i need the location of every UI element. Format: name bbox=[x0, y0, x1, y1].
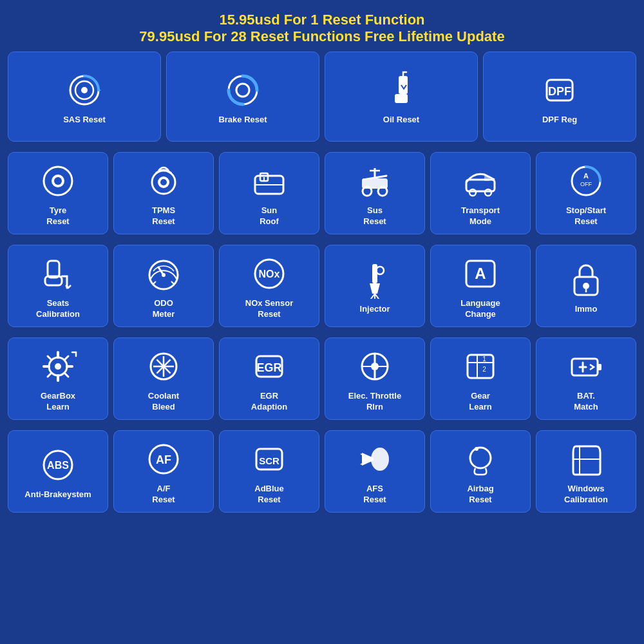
row3-grid: Seats Calibration ODO Meter NOx NOx Sens… bbox=[0, 240, 644, 332]
coolant-bleed-label: Coolant Bleed bbox=[148, 391, 179, 413]
svg-text:1: 1 bbox=[482, 355, 486, 363]
anti-brake-card[interactable]: ABS Anti-Brakeystem bbox=[8, 430, 108, 513]
immo-card[interactable]: Immo bbox=[536, 245, 636, 327]
tpms-reset-card[interactable]: TPMS Reset bbox=[113, 152, 214, 234]
gear-icon: 1 2 bbox=[460, 346, 501, 387]
af-icon: AF bbox=[143, 439, 184, 480]
afs-reset-card[interactable]: AFS Reset bbox=[325, 430, 425, 513]
immo-icon bbox=[565, 259, 607, 300]
bat-icon bbox=[565, 346, 607, 387]
svg-point-11 bbox=[54, 177, 62, 185]
svg-point-30 bbox=[162, 273, 166, 277]
anti-brake-label: Anti-Brakeystem bbox=[24, 489, 91, 500]
svg-rect-6 bbox=[395, 94, 408, 103]
gearbox-learn-label: GearBox Learn bbox=[41, 391, 75, 413]
gear-learn-label: Gear Learn bbox=[469, 391, 491, 413]
language-icon: A bbox=[460, 253, 501, 294]
brake-reset-card[interactable]: Brake Reset bbox=[166, 52, 319, 142]
language-change-label: Language Change bbox=[460, 298, 500, 320]
row2-grid: Tyre Reset TPMS Reset Sun Roof Sus Reset bbox=[0, 147, 644, 240]
coolant-bleed-card[interactable]: Coolant Bleed bbox=[113, 337, 214, 420]
sas-reset-label: SAS Reset bbox=[63, 115, 106, 126]
dpf-reg-label: DPF Reg bbox=[542, 115, 577, 126]
svg-rect-23 bbox=[484, 176, 489, 181]
svg-text:OFF: OFF bbox=[580, 181, 592, 187]
svg-point-4 bbox=[236, 84, 249, 97]
stopstart-reset-card[interactable]: A OFF Stop/Start Reset bbox=[536, 152, 636, 234]
bat-match-card[interactable]: BAT. Match bbox=[536, 337, 636, 420]
dpf-reg-card[interactable]: DPF DPF Reg bbox=[483, 52, 636, 142]
adblue-icon: SCR bbox=[249, 439, 290, 480]
svg-text:ABS: ABS bbox=[47, 460, 69, 471]
oil-icon bbox=[381, 70, 422, 111]
svg-point-58 bbox=[470, 448, 491, 468]
af-reset-label: A/F Reset bbox=[152, 484, 175, 506]
svg-text:NOx: NOx bbox=[259, 269, 280, 279]
svg-text:AF: AF bbox=[156, 453, 171, 466]
sus-reset-label: Sus Reset bbox=[363, 205, 386, 227]
afs-icon bbox=[354, 439, 395, 480]
seats-calibration-label: Seats Calibration bbox=[36, 298, 80, 320]
header: 15.95usd For 1 Reset Function 79.95usd F… bbox=[0, 0, 644, 52]
throttle-icon bbox=[354, 346, 395, 387]
egr-adaption-card[interactable]: EGR EGR Adaption bbox=[219, 337, 319, 420]
svg-point-40 bbox=[55, 363, 61, 370]
odo-icon bbox=[143, 253, 184, 294]
coolant-icon bbox=[143, 346, 184, 387]
row5-grid: ABS Anti-Brakeystem AF A/F Reset SCR AdB… bbox=[0, 425, 644, 518]
svg-text:EGR: EGR bbox=[256, 361, 281, 374]
immo-label: Immo bbox=[575, 304, 598, 315]
transport-mode-card[interactable]: Transport Mode bbox=[430, 152, 531, 234]
tpms-icon bbox=[143, 160, 184, 202]
tyre-reset-card[interactable]: Tyre Reset bbox=[8, 152, 108, 234]
airbag-reset-label: Airbag Reset bbox=[467, 484, 493, 506]
af-reset-card[interactable]: AF A/F Reset bbox=[113, 430, 214, 513]
sus-reset-card[interactable]: Sus Reset bbox=[325, 152, 425, 234]
adblue-reset-card[interactable]: SCR AdBlue Reset bbox=[219, 430, 319, 513]
windows-calibration-label: Windows Calibration bbox=[564, 484, 608, 506]
seats-calibration-card[interactable]: Seats Calibration bbox=[8, 245, 108, 327]
injector-icon bbox=[354, 259, 395, 300]
airbag-reset-card[interactable]: Airbag Reset bbox=[430, 430, 531, 513]
oil-reset-label: Oil Reset bbox=[383, 115, 419, 126]
sas-reset-card[interactable]: SAS Reset bbox=[8, 52, 161, 142]
nox-sensor-reset-card[interactable]: NOx NOx Sensor Reset bbox=[219, 245, 319, 327]
svg-point-38 bbox=[583, 283, 589, 289]
bat-match-label: BAT. Match bbox=[574, 391, 598, 413]
svg-rect-27 bbox=[48, 261, 59, 278]
elec-throttle-label: Elec. Throttle Rlrn bbox=[348, 391, 401, 413]
adblue-reset-label: AdBlue Reset bbox=[254, 484, 284, 506]
svg-rect-50 bbox=[598, 364, 601, 370]
gear-learn-card[interactable]: 1 2 Gear Learn bbox=[430, 337, 531, 420]
injector-card[interactable]: Injector bbox=[325, 245, 425, 327]
odo-meter-card[interactable]: ODO Meter bbox=[113, 245, 214, 327]
sunroof-icon bbox=[249, 160, 290, 202]
tyre-reset-label: Tyre Reset bbox=[46, 205, 69, 227]
svg-point-59 bbox=[475, 447, 478, 451]
gearbox-learn-card[interactable]: GearBox Learn bbox=[8, 337, 108, 420]
svg-point-45 bbox=[371, 363, 379, 370]
tyre-icon bbox=[37, 160, 79, 202]
egr-icon: EGR bbox=[249, 346, 290, 387]
seats-icon bbox=[37, 253, 79, 294]
afs-reset-label: AFS Reset bbox=[363, 484, 386, 506]
sun-roof-label: Sun Roof bbox=[260, 205, 279, 227]
transport-mode-label: Transport Mode bbox=[461, 205, 500, 227]
header-line1: 15.95usd For 1 Reset Function bbox=[6, 12, 638, 28]
dpf-icon: DPF bbox=[539, 70, 580, 111]
svg-text:DPF: DPF bbox=[548, 85, 571, 98]
sun-roof-card[interactable]: Sun Roof bbox=[219, 152, 319, 234]
brake-icon bbox=[222, 70, 263, 111]
oil-reset-card[interactable]: Oil Reset bbox=[325, 52, 478, 142]
svg-point-2 bbox=[81, 87, 88, 93]
stopstart-reset-label: Stop/Start Reset bbox=[566, 205, 606, 227]
svg-text:A: A bbox=[583, 172, 589, 180]
header-line2: 79.95usd For 28 Reset Functions Free Lif… bbox=[6, 28, 638, 45]
language-change-card[interactable]: A Language Change bbox=[430, 245, 531, 327]
windows-calibration-card[interactable]: Windows Calibration bbox=[536, 430, 636, 513]
elec-throttle-card[interactable]: Elec. Throttle Rlrn bbox=[325, 337, 425, 420]
svg-text:2: 2 bbox=[482, 366, 486, 373]
odo-meter-label: ODO Meter bbox=[153, 298, 175, 320]
row1-grid: SAS Reset Brake Reset Oil Reset DPF DPF … bbox=[0, 52, 644, 147]
svg-point-57 bbox=[371, 448, 389, 471]
